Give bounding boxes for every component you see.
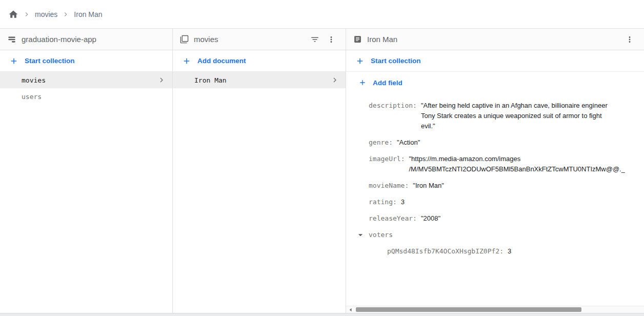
field-key: voters bbox=[369, 230, 393, 240]
document-header-actions bbox=[622, 32, 637, 47]
horizontal-scrollbar[interactable] bbox=[346, 306, 644, 313]
plus-icon bbox=[9, 56, 18, 66]
add-field-button[interactable]: Add field bbox=[346, 72, 644, 93]
collection-title: movies bbox=[194, 35, 218, 44]
collection-icon bbox=[180, 35, 189, 44]
arrow-drop-down-icon[interactable] bbox=[355, 230, 369, 240]
field-row-image-url[interactable]: imageUrl "https://m.media-amazon.com/ima… bbox=[346, 154, 644, 174]
field-row-release-year[interactable]: releaseYear "2008" bbox=[346, 213, 644, 224]
start-collection-label: Start collection bbox=[25, 57, 75, 65]
start-collection-label: Start collection bbox=[371, 57, 421, 65]
collection-row-label: movies bbox=[22, 76, 46, 84]
document-panel: Iron Man Start collection Add field bbox=[346, 29, 644, 313]
field-key: releaseYear bbox=[369, 213, 417, 224]
field-key: description bbox=[369, 101, 417, 111]
chevron-right-icon bbox=[62, 10, 70, 18]
document-row-iron-man[interactable]: Iron Man bbox=[173, 72, 346, 88]
start-collection-button[interactable]: Start collection bbox=[346, 50, 644, 72]
page-bottom-scrollbar-strip[interactable] bbox=[0, 313, 644, 316]
chevron-right-icon bbox=[23, 10, 31, 18]
document-title: Iron Man bbox=[367, 35, 397, 44]
add-field-label: Add field bbox=[373, 79, 402, 87]
field-key: imageUrl bbox=[369, 154, 405, 164]
collection-panel: movies Add document Iron Man bbox=[173, 29, 346, 313]
document-panel-header: Iron Man bbox=[346, 29, 644, 50]
field-key: pQMsd48Isfb7K4OCoXHsgbIZ0Pf2 bbox=[387, 246, 504, 256]
filter-list-icon[interactable] bbox=[308, 32, 322, 47]
field-row-voters[interactable]: voters bbox=[346, 230, 644, 240]
chevron-right-icon bbox=[330, 75, 339, 85]
plus-icon bbox=[182, 56, 191, 66]
plus-icon bbox=[358, 78, 367, 87]
breadcrumb: movies Iron Man bbox=[0, 0, 644, 29]
kebab-menu-icon[interactable] bbox=[622, 32, 637, 47]
breadcrumb-collection-link[interactable]: movies bbox=[35, 10, 57, 18]
field-row-voter-entry[interactable]: pQMsd48Isfb7K4OCoXHsgbIZ0Pf2 3 bbox=[346, 246, 644, 256]
add-document-label: Add document bbox=[197, 57, 246, 65]
field-value: "https://m.media-amazon.com/images /M/MV… bbox=[409, 154, 625, 174]
field-row-description[interactable]: description "After being held captive in… bbox=[346, 101, 644, 131]
plus-icon bbox=[355, 56, 365, 66]
collection-row-movies[interactable]: movies bbox=[0, 72, 172, 88]
kebab-menu-icon[interactable] bbox=[324, 32, 338, 47]
root-panel-header: graduation-movie-app bbox=[0, 29, 172, 50]
documents-list: Iron Man bbox=[173, 72, 346, 88]
field-key: genre bbox=[369, 137, 393, 148]
collection-panel-header: movies bbox=[173, 29, 346, 50]
document-icon bbox=[353, 35, 362, 44]
field-value: 3 bbox=[508, 246, 511, 256]
collections-list: movies users bbox=[0, 72, 172, 105]
field-value: "2008" bbox=[421, 213, 440, 224]
collection-header-actions bbox=[308, 32, 338, 47]
collection-row-users[interactable]: users bbox=[0, 88, 172, 105]
field-value: "Action" bbox=[397, 137, 420, 148]
field-row-movie-name[interactable]: movieName "Iron Man" bbox=[346, 181, 644, 191]
document-row-label: Iron Man bbox=[194, 76, 227, 84]
document-fields: description "After being held captive in… bbox=[346, 93, 644, 256]
chevron-right-icon bbox=[157, 75, 166, 85]
field-value: 3 bbox=[401, 197, 405, 207]
field-row-rating[interactable]: rating 3 bbox=[346, 197, 644, 207]
field-row-genre[interactable]: genre "Action" bbox=[346, 137, 644, 148]
home-icon[interactable] bbox=[8, 9, 18, 19]
firestore-data-viewer: movies Iron Man graduation-movie-app bbox=[0, 0, 644, 316]
field-key: movieName bbox=[369, 181, 409, 191]
add-document-button[interactable]: Add document bbox=[173, 50, 346, 72]
database-title: graduation-movie-app bbox=[22, 35, 96, 44]
scroll-left-arrow-icon[interactable] bbox=[346, 306, 355, 313]
start-collection-button[interactable]: Start collection bbox=[0, 50, 172, 72]
collection-row-label: users bbox=[22, 93, 42, 101]
field-key: rating bbox=[369, 197, 397, 207]
field-value: "After being held captive in an Afghan c… bbox=[421, 101, 608, 131]
scrollbar-thumb[interactable] bbox=[356, 307, 581, 312]
firestore-database-icon bbox=[7, 35, 16, 44]
root-panel: graduation-movie-app Start collection mo… bbox=[0, 29, 173, 313]
panels-container: graduation-movie-app Start collection mo… bbox=[0, 29, 644, 313]
breadcrumb-document-link[interactable]: Iron Man bbox=[74, 10, 102, 18]
field-value: "Iron Man" bbox=[413, 181, 444, 191]
